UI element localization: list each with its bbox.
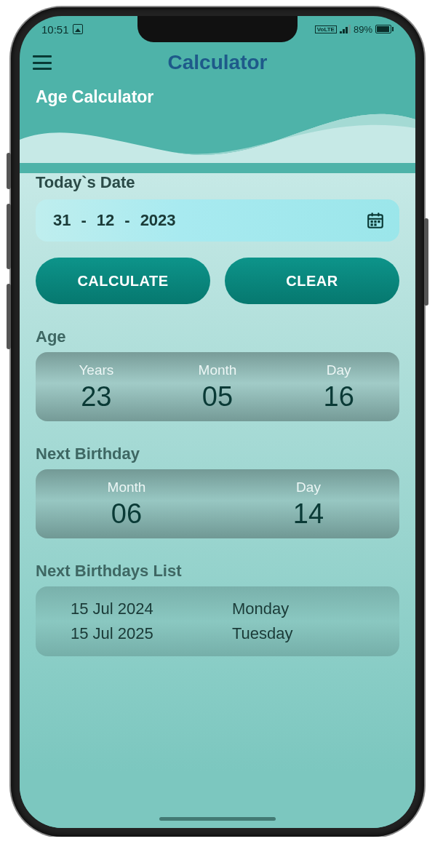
age-label: Age: [36, 327, 399, 346]
app-title: Calculator: [20, 51, 415, 74]
signal-icon: [340, 25, 351, 33]
age-panel: Years 23 Month 05 Day 16: [36, 352, 399, 421]
battery-percent: 89%: [354, 24, 372, 35]
date-month: 12: [94, 211, 117, 230]
next-birthdays-list-panel: 15 Jul 2024 Monday 15 Jul 2025 Tuesday: [36, 586, 399, 656]
svg-rect-3: [378, 212, 379, 216]
age-years-header: Years: [36, 362, 157, 378]
battery-icon: [375, 25, 394, 33]
age-month-value: 05: [157, 381, 279, 413]
phone-side-button: [7, 153, 11, 189]
phone-side-button: [7, 284, 11, 349]
nb-month-header: Month: [36, 479, 218, 495]
svg-rect-5: [374, 220, 376, 223]
clear-button[interactable]: CLEAR: [225, 258, 399, 304]
list-day: Monday: [232, 600, 399, 618]
picture-icon: [73, 24, 83, 34]
svg-rect-8: [374, 223, 376, 226]
todays-date-label: Today`s Date: [36, 173, 399, 192]
list-date: 15 Jul 2024: [36, 600, 232, 618]
next-birthday-label: Next Birthday: [36, 445, 399, 463]
age-day-value: 16: [278, 381, 399, 413]
list-date: 15 Jul 2025: [36, 624, 232, 643]
list-item: 15 Jul 2025 Tuesday: [36, 621, 399, 646]
date-day: 31: [50, 211, 73, 230]
list-item: 15 Jul 2024 Monday: [36, 597, 399, 621]
phone-screen: 10:51 VoLTE 89% Calculator Age Calcula: [20, 16, 415, 828]
calendar-icon[interactable]: [366, 211, 385, 230]
nb-day-header: Day: [218, 479, 399, 495]
calculate-button[interactable]: CALCULATE: [36, 258, 210, 304]
phone-side-button: [424, 218, 428, 306]
volte-indicator: VoLTE: [315, 25, 337, 33]
nb-day-value: 14: [218, 498, 399, 530]
home-indicator[interactable]: [159, 817, 276, 821]
date-year: 2023: [137, 211, 179, 230]
status-time: 10:51: [41, 23, 69, 36]
age-day-header: Day: [278, 362, 399, 378]
phone-frame: 10:51 VoLTE 89% Calculator Age Calcula: [11, 7, 424, 837]
phone-side-button: [7, 204, 11, 269]
todays-date-field[interactable]: 31 - 12 - 2023: [36, 199, 399, 242]
svg-rect-7: [371, 223, 373, 226]
next-birthday-panel: Month 06 Day 14: [36, 469, 399, 538]
app-header: Calculator: [20, 42, 415, 83]
next-birthdays-list-label: Next Birthdays List: [36, 562, 399, 581]
svg-rect-4: [371, 220, 373, 223]
section-title: Age Calculator: [20, 83, 415, 107]
phone-notch: [137, 16, 298, 42]
list-day: Tuesday: [232, 624, 399, 643]
age-years-value: 23: [36, 381, 157, 413]
content-area: Today`s Date 31 - 12 - 2023: [20, 173, 415, 828]
svg-rect-6: [378, 220, 380, 223]
nb-month-value: 06: [36, 498, 218, 530]
svg-rect-2: [372, 212, 373, 216]
wave-band: Age Calculator: [20, 83, 415, 163]
age-month-header: Month: [157, 362, 279, 378]
